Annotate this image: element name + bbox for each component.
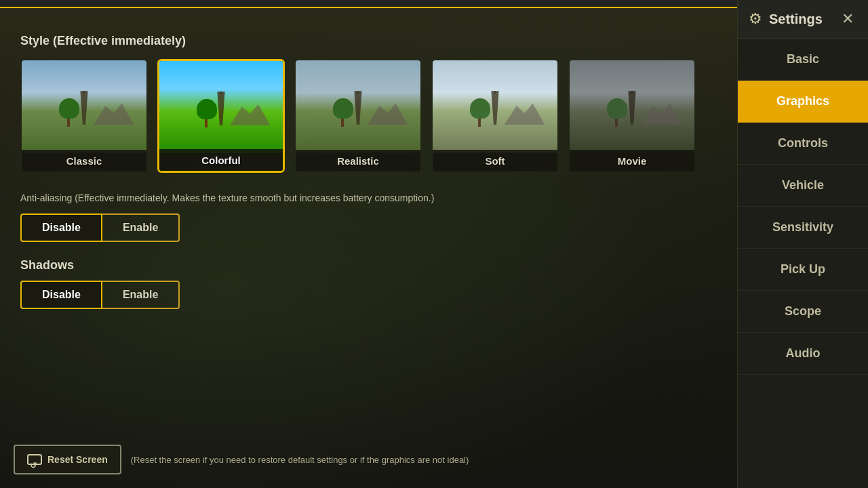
shadows-disable-button[interactable]: Disable bbox=[20, 281, 102, 309]
style-label-classic: Classic bbox=[22, 150, 146, 171]
sidebar-item-controls[interactable]: Controls bbox=[738, 123, 868, 165]
sidebar: ⚙ Settings ✕ Basic Graphics Controls Veh… bbox=[737, 0, 868, 488]
shadows-enable-button[interactable]: Enable bbox=[102, 281, 180, 309]
antialiasing-description: Anti-aliasing (Effective immediately. Ma… bbox=[20, 192, 717, 205]
style-card-colorful[interactable]: Colorful bbox=[157, 59, 285, 173]
style-section-title: Style (Effective immediately) bbox=[20, 34, 717, 48]
sidebar-item-audio[interactable]: Audio bbox=[738, 333, 868, 375]
style-card-realistic[interactable]: Realistic bbox=[294, 59, 422, 173]
gear-icon: ⚙ bbox=[749, 10, 762, 28]
main-panel: Style (Effective immediately) Classic bbox=[0, 0, 737, 488]
style-label-soft: Soft bbox=[433, 150, 557, 171]
top-bar bbox=[0, 0, 737, 8]
reset-icon bbox=[27, 454, 42, 465]
settings-header: ⚙ Settings ✕ bbox=[738, 0, 868, 39]
shadows-toggle-group: Disable Enable bbox=[20, 281, 717, 309]
style-label-movie: Movie bbox=[570, 150, 694, 171]
antialiasing-disable-button[interactable]: Disable bbox=[20, 214, 102, 242]
settings-title: Settings bbox=[769, 12, 823, 27]
antialiasing-toggle-group: Disable Enable bbox=[20, 214, 717, 242]
reset-area: Reset Screen (Reset the screen if you ne… bbox=[14, 445, 469, 474]
settings-title-area: ⚙ Settings bbox=[749, 10, 823, 28]
sidebar-item-vehicle[interactable]: Vehicle bbox=[738, 165, 868, 207]
style-label-realistic: Realistic bbox=[296, 150, 420, 171]
antialiasing-section: Anti-aliasing (Effective immediately. Ma… bbox=[20, 192, 717, 242]
sidebar-item-graphics[interactable]: Graphics bbox=[738, 81, 868, 123]
sidebar-item-pickup[interactable]: Pick Up bbox=[738, 249, 868, 291]
close-button[interactable]: ✕ bbox=[838, 9, 857, 28]
sidebar-item-sensitivity[interactable]: Sensitivity bbox=[738, 207, 868, 249]
style-cards-container: Classic Colorful Realistic bbox=[20, 59, 717, 173]
style-card-soft[interactable]: Soft bbox=[431, 59, 559, 173]
shadows-section: Shadows Disable Enable bbox=[20, 258, 717, 309]
style-card-classic[interactable]: Classic bbox=[20, 59, 148, 173]
shadows-label: Shadows bbox=[20, 258, 717, 272]
style-label-colorful: Colorful bbox=[159, 149, 283, 171]
sidebar-item-scope[interactable]: Scope bbox=[738, 291, 868, 333]
reset-screen-button[interactable]: Reset Screen bbox=[14, 445, 121, 474]
style-card-movie[interactable]: Movie bbox=[568, 59, 696, 173]
antialiasing-enable-button[interactable]: Enable bbox=[102, 214, 180, 242]
reset-button-label: Reset Screen bbox=[47, 454, 108, 465]
reset-hint: (Reset the screen if you need to restore… bbox=[131, 455, 469, 465]
sidebar-item-basic[interactable]: Basic bbox=[738, 39, 868, 81]
